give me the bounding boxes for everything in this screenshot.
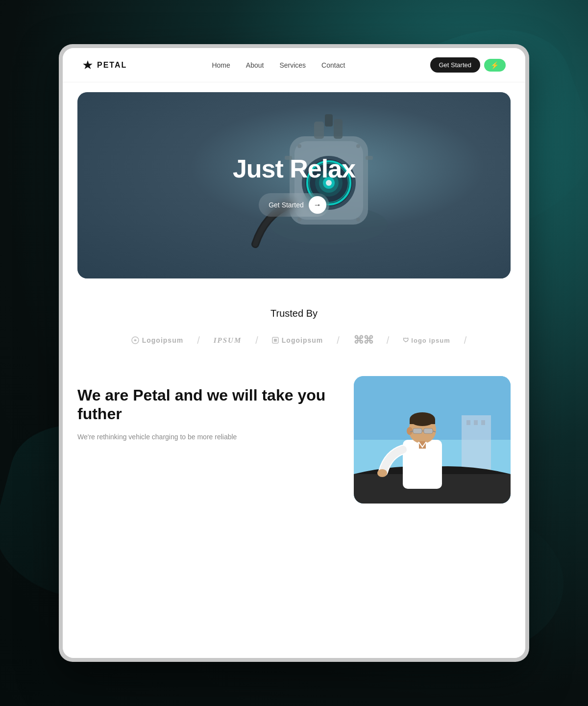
trusted-title: Trusted By (63, 308, 525, 319)
get-started-button[interactable]: Get Started (430, 57, 480, 73)
logo-item-5: 🛡 logo ipsum (391, 337, 462, 344)
navbar: PETAL Home About Services Contact Get St… (63, 48, 525, 82)
logo-text: PETAL (97, 61, 127, 70)
hero-cta-label: Get Started (269, 201, 304, 209)
logo-shield-icon: 🛡 (403, 337, 409, 344)
svg-rect-12 (334, 119, 343, 139)
svg-point-19 (356, 218, 360, 222)
bolt-icon: ⚡ (490, 61, 499, 69)
logo-item-1: Logoipsum (120, 336, 195, 344)
logo-divider-4: / (385, 335, 392, 346)
about-image (354, 376, 511, 504)
svg-rect-41 (414, 429, 421, 433)
svg-rect-11 (314, 122, 324, 139)
bolt-toggle[interactable]: ⚡ (484, 59, 506, 72)
about-title: We are Petal and we will take you futher (77, 386, 334, 424)
trusted-section: Trusted By Logoipsum / IPSUM (63, 288, 525, 356)
hero-section: Just Relax Get Started → (77, 92, 511, 278)
svg-rect-15 (366, 156, 373, 160)
about-section: We are Petal and we will take you futher… (63, 356, 525, 523)
logo-icon (82, 60, 93, 71)
svg-rect-28 (481, 420, 485, 425)
device-frame: PETAL Home About Services Contact Get St… (59, 44, 529, 662)
logo-divider-2: / (253, 335, 260, 346)
about-description: We're rethinking vehicle charging to be … (77, 431, 334, 442)
svg-point-16 (297, 144, 301, 148)
logo-item-2: IPSUM (202, 336, 254, 345)
svg-point-18 (297, 218, 301, 222)
svg-rect-42 (424, 429, 432, 433)
logos-row: Logoipsum / IPSUM / Logoipsum (63, 334, 525, 347)
hero-cta-button[interactable]: Get Started → (259, 193, 329, 217)
svg-point-17 (356, 144, 360, 148)
nav-contact[interactable]: Contact (321, 61, 345, 69)
about-text: We are Petal and we will take you futher… (77, 376, 334, 442)
svg-rect-27 (474, 420, 478, 425)
svg-point-35 (407, 427, 413, 435)
nav-links: Home About Services Contact (212, 61, 345, 69)
logo-divider-5: / (462, 335, 469, 346)
logo-divider-1: / (195, 335, 202, 346)
nav-cta: Get Started ⚡ (430, 57, 506, 73)
logo-divider-3: / (335, 335, 342, 346)
logo-item-3: Logoipsum (260, 336, 335, 344)
svg-rect-26 (466, 420, 470, 425)
page-content: Just Relax Get Started → Trusted By (63, 82, 525, 658)
hero-overlay: Just Relax Get Started → (233, 154, 355, 217)
svg-rect-34 (410, 419, 435, 424)
logo-item-4: ⌘⌘ (342, 334, 385, 347)
hero-title: Just Relax (233, 154, 355, 183)
svg-rect-22 (274, 339, 277, 342)
logo: PETAL (82, 60, 127, 71)
logo-chain-icon: ⌘⌘ (353, 334, 373, 347)
device-inner: PETAL Home About Services Contact Get St… (63, 48, 525, 658)
svg-point-44 (377, 469, 387, 477)
nav-home[interactable]: Home (212, 61, 230, 69)
svg-rect-13 (325, 114, 333, 126)
nav-services[interactable]: Services (279, 61, 306, 69)
about-person-illustration (354, 376, 511, 504)
hero-cta-arrow-icon: → (309, 196, 326, 214)
nav-about[interactable]: About (246, 61, 264, 69)
